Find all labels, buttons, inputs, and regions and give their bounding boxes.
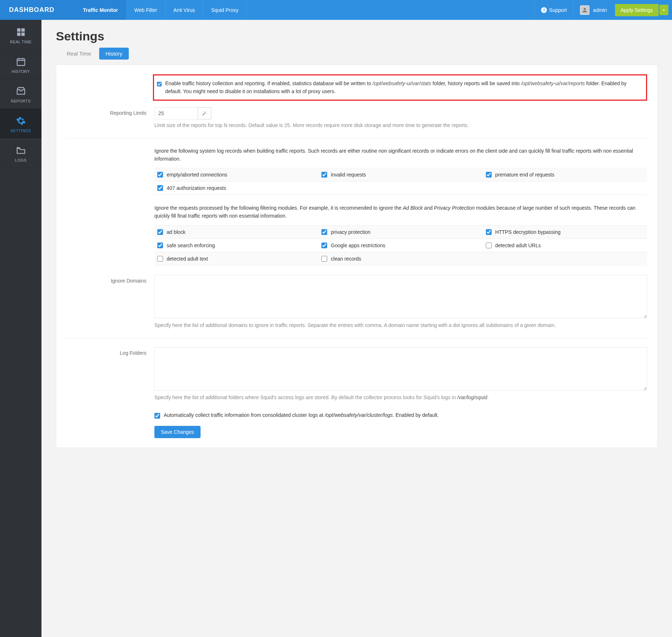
checkbox-privacy-protection[interactable] [321, 229, 327, 235]
sidebar-item-label: LOGS [0, 158, 41, 162]
log-folders-label: Log Folders [66, 347, 154, 402]
top-tab-anti-virus[interactable]: Anti Virus [166, 0, 203, 20]
apply-settings-wrap: Apply Settings ▾ [614, 0, 672, 20]
page-tab-real-time[interactable]: Real Time [60, 48, 98, 60]
top-tab-traffic-monitor[interactable]: Traffic Monitor [75, 0, 126, 20]
divider [66, 138, 647, 139]
sidebar-item-history[interactable]: HISTORY [0, 49, 41, 79]
main-content: Settings Real TimeHistory Enable traffic… [41, 20, 672, 637]
checkbox-cell-google-apps-restrictions: Google apps restrictions [319, 239, 483, 252]
navbar-right: i Support admin Apply Settings ▾ [534, 0, 672, 20]
inbox-icon [0, 86, 41, 96]
folder-icon [0, 145, 41, 156]
save-changes-button[interactable]: Save Changes [154, 426, 201, 438]
checkbox-detected-adult-text[interactable] [157, 256, 163, 262]
checkbox-cell-safe-search-enforcing: safe search enforcing [154, 239, 319, 252]
checkbox-label: 407 authorization requests [167, 185, 226, 191]
enable-history-checkbox[interactable] [157, 81, 162, 87]
sidebar-item-settings[interactable]: SETTINGS [0, 109, 41, 138]
checkbox-cell-empty-aborted-connections: empty/aborted connections [154, 168, 319, 182]
auto-collect-checkbox[interactable] [154, 413, 160, 419]
magic-wand-icon [202, 111, 207, 116]
ignore-modules-grid: ad blockprivacy protectionHTTPS decrypti… [154, 225, 647, 266]
reporting-limits-help: Limit size of the reports for top N reco… [154, 122, 647, 130]
checkbox-ad-block[interactable] [157, 229, 163, 235]
ignore-domains-help: Specify here the list of additional doma… [154, 322, 647, 330]
sidebar-item-logs[interactable]: LOGS [0, 138, 41, 168]
checkbox-label: HTTPS decryption bypassing [495, 229, 561, 235]
reporting-limits-input[interactable] [154, 107, 198, 119]
ignore-domains-textarea[interactable] [154, 275, 647, 318]
checkbox-google-apps-restrictions[interactable] [321, 243, 327, 248]
sidebar-item-label: SETTINGS [0, 128, 41, 133]
apply-settings-dropdown[interactable]: ▾ [659, 5, 668, 15]
user-menu[interactable]: admin [573, 0, 613, 20]
sidebar-item-reports[interactable]: REPORTS [0, 79, 41, 109]
ignore-syslog-grid: empty/aborted connectionsinvalid request… [154, 168, 647, 195]
checkbox-safe-search-enforcing[interactable] [157, 243, 163, 248]
checkbox-premature-end-of-requests[interactable] [486, 172, 492, 178]
checkbox-label: privacy protection [331, 229, 370, 235]
calendar-icon [0, 57, 41, 67]
checkbox-label: detected adult URLs [495, 243, 541, 248]
checkbox-label: clean records [331, 256, 361, 262]
checkbox-empty-aborted-connections[interactable] [157, 172, 163, 178]
avatar-icon [580, 5, 589, 15]
divider [66, 338, 647, 339]
checkbox-cell-https-decryption-bypassing: HTTPS decryption bypassing [483, 226, 647, 239]
sidebar-item-label: HISTORY [0, 69, 41, 74]
checkbox-cell-privacy-protection: privacy protection [319, 226, 483, 239]
settings-panel: Enable traffic history collection and re… [56, 65, 658, 448]
top-tab-squid-proxy[interactable]: Squid Proxy [203, 0, 246, 20]
checkbox-https-decryption-bypassing[interactable] [486, 229, 492, 235]
top-tabs: Traffic MonitorWeb FilterAnti VirusSquid… [75, 0, 247, 20]
checkbox-407-authorization-requests[interactable] [157, 185, 163, 191]
top-tab-web-filter[interactable]: Web Filter [126, 0, 166, 20]
checkbox-detected-adult-urls[interactable] [486, 243, 492, 248]
svg-rect-1 [21, 29, 25, 32]
user-name: admin [593, 7, 607, 13]
checkbox-label: invalid requests [331, 172, 366, 178]
checkbox-cell-407-authorization-requests: 407 authorization requests [154, 182, 319, 195]
log-folders-row: Log Folders Specify here the list of add… [66, 347, 647, 402]
checkbox-cell-ad-block: ad block [154, 226, 319, 239]
grid-icon [0, 27, 41, 37]
checkbox-cell-premature-end-of-requests: premature end of requests [483, 168, 647, 182]
log-folders-help: Specify here the list of additional fold… [154, 394, 647, 402]
sidebar-item-label: REPORTS [0, 99, 41, 103]
ignore-domains-label: Ignore Domains [66, 275, 154, 330]
checkbox-cell-detected-adult-urls: detected adult URLs [483, 239, 647, 252]
svg-rect-2 [17, 32, 20, 36]
apply-settings-button[interactable]: Apply Settings [615, 4, 659, 16]
support-link[interactable]: i Support [534, 0, 573, 20]
gear-icon [0, 116, 41, 126]
page-tab-history[interactable]: History [99, 48, 129, 60]
svg-rect-0 [17, 29, 20, 32]
sidebar-item-real-time[interactable]: REAL TIME [0, 20, 41, 49]
reporting-limits-row: Reporting Limits Limit size of the repor… [66, 107, 647, 130]
svg-rect-3 [21, 32, 25, 36]
page-title: Settings [56, 29, 658, 43]
empty-cell [483, 182, 647, 195]
checkbox-invalid-requests[interactable] [321, 172, 327, 178]
checkbox-label: safe search enforcing [167, 243, 215, 248]
checkbox-cell-detected-adult-text: detected adult text [154, 252, 319, 266]
reporting-limits-wand-button[interactable] [198, 107, 211, 119]
enable-history-box: Enable traffic history collection and re… [153, 74, 647, 101]
empty-cell [483, 252, 647, 266]
info-icon: i [541, 7, 547, 13]
checkbox-cell-invalid-requests: invalid requests [319, 168, 483, 182]
sidebar-item-label: REAL TIME [0, 40, 41, 44]
brand-logo[interactable]: DASHBOARD [0, 0, 75, 20]
checkbox-label: empty/aborted connections [167, 172, 227, 178]
enable-history-text: Enable traffic history collection and re… [165, 80, 641, 95]
ignore-syslog-intro: Ignore the following system log records … [154, 147, 647, 163]
top-navbar: DASHBOARD Traffic MonitorWeb FilterAnti … [0, 0, 672, 20]
log-folders-textarea[interactable] [154, 347, 647, 391]
auto-collect-row: Automatically collect traffic informatio… [154, 411, 647, 419]
checkbox-label: premature end of requests [495, 172, 554, 178]
ignore-domains-row: Ignore Domains Specify here the list of … [66, 275, 647, 330]
page-tabs: Real TimeHistory [56, 48, 658, 60]
empty-cell [319, 182, 483, 195]
checkbox-clean-records[interactable] [321, 256, 327, 262]
